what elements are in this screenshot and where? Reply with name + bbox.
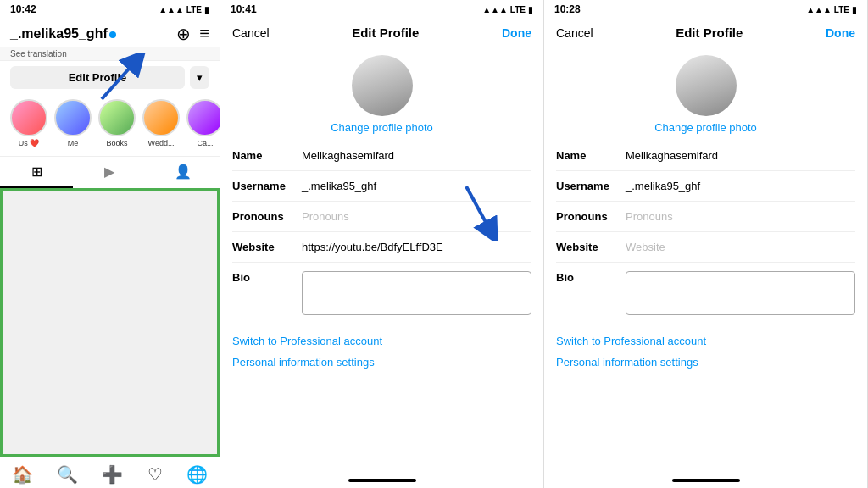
bottom-nav-1: 🏠 🔍 ➕ ♡ 🌐: [0, 457, 220, 488]
home-indicator-3: [544, 473, 867, 488]
name-label-2: Name: [232, 149, 293, 162]
pronouns-label-2: Pronouns: [232, 210, 293, 223]
phone-3: 10:28 ▲▲▲ LTE ▮ Cancel Edit Profile Done…: [544, 0, 868, 488]
profile-pic-image-3: [676, 55, 737, 116]
bio-input-2[interactable]: [302, 271, 531, 315]
tab-reels[interactable]: ▶: [73, 157, 146, 188]
status-icons-2: ▲▲▲ LTE ▮: [482, 5, 533, 14]
profile-picture-3[interactable]: [676, 55, 737, 116]
menu-icon[interactable]: ≡: [199, 24, 209, 44]
stories-row: Us ❤️ Me Books Wedd... Ca...: [0, 94, 220, 152]
time-1: 10:42: [10, 3, 36, 15]
website-row-2: Website https://youtu.be/BdfyELffD3E: [232, 232, 531, 263]
add-icon[interactable]: ⊕: [176, 24, 191, 44]
story-books[interactable]: Books: [98, 99, 136, 147]
nav-heart[interactable]: ♡: [147, 464, 163, 485]
edit-nav-3: Cancel Edit Profile Done: [544, 19, 867, 47]
name-value-3[interactable]: Melikaghasemifard: [626, 149, 855, 162]
signal-icon: ▲▲▲: [159, 5, 184, 14]
links-section-3: Switch to Professional account Personal …: [544, 324, 867, 379]
form-section-2: Name Melikaghasemifard Username _.melika…: [220, 141, 543, 324]
links-section-2: Switch to Professional account Personal …: [220, 324, 543, 379]
username-row-3: Username _.melika95_ghf: [556, 171, 855, 202]
signal-icon-2: ▲▲▲: [482, 5, 508, 14]
profile-username: _.melika95_ghf: [10, 26, 116, 42]
bio-label-2: Bio: [232, 271, 293, 284]
pronouns-value-2[interactable]: Pronouns: [302, 210, 531, 223]
edit-profile-row: Edit Profile ▾: [0, 61, 220, 94]
lte-icon-3: LTE: [834, 5, 849, 14]
story-label-me: Me: [68, 139, 79, 147]
name-value-2[interactable]: Melikaghasemifard: [302, 149, 531, 162]
profile-picture-2[interactable]: [352, 55, 413, 116]
story-avatar-wedding: [142, 99, 180, 136]
profile-tabs: ⊞ ▶ 👤: [0, 156, 220, 188]
home-bar-2: [348, 479, 416, 482]
translation-bar: See translation: [0, 47, 220, 61]
edit-profile-title-2: Edit Profile: [352, 25, 419, 40]
story-label-us: Us ❤️: [19, 139, 40, 147]
personal-info-link-3[interactable]: Personal information settings: [556, 356, 855, 369]
tab-grid[interactable]: ⊞: [0, 157, 73, 188]
home-bar-3: [672, 479, 740, 482]
form-section-3: Name Melikaghasemifard Username _.melika…: [544, 141, 867, 324]
story-avatar-me: [54, 99, 92, 136]
nav-home[interactable]: 🏠: [12, 464, 33, 485]
status-icons-3: ▲▲▲ LTE ▮: [806, 5, 857, 14]
pronouns-label-3: Pronouns: [556, 210, 617, 223]
story-me[interactable]: Me: [54, 99, 92, 147]
tab-tagged[interactable]: 👤: [147, 157, 220, 188]
username-label-3: Username: [556, 180, 617, 192]
battery-icon-2: ▮: [528, 5, 533, 14]
username-row-2: Username _.melika95_ghf: [232, 171, 531, 202]
top-bar-1: _.melika95_ghf ⊕ ≡: [0, 19, 220, 47]
profile-photo-section-3: Change profile photo: [544, 47, 867, 141]
story-label-wedding: Wedd...: [148, 139, 175, 147]
username-value-3[interactable]: _.melika95_ghf: [626, 180, 855, 192]
time-3: 10:28: [554, 3, 581, 15]
username-value-2[interactable]: _.melika95_ghf: [302, 180, 531, 192]
personal-info-link-2[interactable]: Personal information settings: [232, 356, 531, 369]
battery-icon: ▮: [204, 5, 209, 14]
nav-profile[interactable]: 🌐: [186, 464, 208, 485]
bio-row-2: Bio: [232, 263, 531, 324]
status-icons-1: ▲▲▲ LTE ▮: [159, 5, 209, 14]
status-bar-3: 10:28 ▲▲▲ LTE ▮: [544, 0, 867, 19]
change-photo-button-2[interactable]: Change profile photo: [331, 121, 433, 134]
dropdown-button[interactable]: ▾: [190, 66, 209, 89]
edit-profile-title-3: Edit Profile: [676, 25, 743, 40]
switch-professional-link-3[interactable]: Switch to Professional account: [556, 335, 855, 347]
name-row-2: Name Melikaghasemifard: [232, 141, 531, 171]
profile-photo-section-2: Change profile photo: [220, 47, 543, 141]
story-wedding[interactable]: Wedd...: [142, 99, 180, 147]
edit-nav-2: Cancel Edit Profile Done: [220, 19, 543, 47]
switch-professional-link-2[interactable]: Switch to Professional account: [232, 335, 531, 347]
home-indicator-2: [220, 473, 543, 488]
bio-input-3[interactable]: [626, 271, 855, 315]
nav-add[interactable]: ➕: [102, 464, 123, 485]
done-button-2[interactable]: Done: [502, 26, 531, 40]
story-avatar-ca: [186, 99, 220, 136]
website-value-3[interactable]: Website: [626, 241, 855, 253]
story-us[interactable]: Us ❤️: [10, 99, 47, 147]
done-button-3[interactable]: Done: [826, 26, 855, 40]
story-avatar-books: [98, 99, 136, 136]
profile-pic-image-2: [352, 55, 413, 116]
cancel-button-3[interactable]: Cancel: [556, 26, 593, 40]
story-ca[interactable]: Ca...: [186, 99, 220, 147]
story-label-books: Books: [106, 139, 127, 147]
website-row-3: Website Website: [556, 232, 855, 263]
signal-icon-3: ▲▲▲: [806, 5, 832, 14]
phone-1: 10:42 ▲▲▲ LTE ▮ _.melika95_ghf ⊕ ≡ See t…: [0, 0, 220, 488]
edit-profile-button[interactable]: Edit Profile: [10, 66, 185, 89]
bio-row-3: Bio: [556, 263, 855, 324]
verified-dot: [109, 31, 116, 38]
cancel-button-2[interactable]: Cancel: [232, 26, 270, 40]
change-photo-button-3[interactable]: Change profile photo: [654, 121, 757, 134]
pronouns-row-2: Pronouns Pronouns: [232, 202, 531, 232]
pronouns-value-3[interactable]: Pronouns: [626, 210, 855, 223]
story-avatar-us: [10, 99, 47, 136]
website-value-2[interactable]: https://youtu.be/BdfyELffD3E: [302, 241, 531, 253]
nav-search[interactable]: 🔍: [57, 464, 78, 485]
name-row-3: Name Melikaghasemifard: [556, 141, 855, 171]
